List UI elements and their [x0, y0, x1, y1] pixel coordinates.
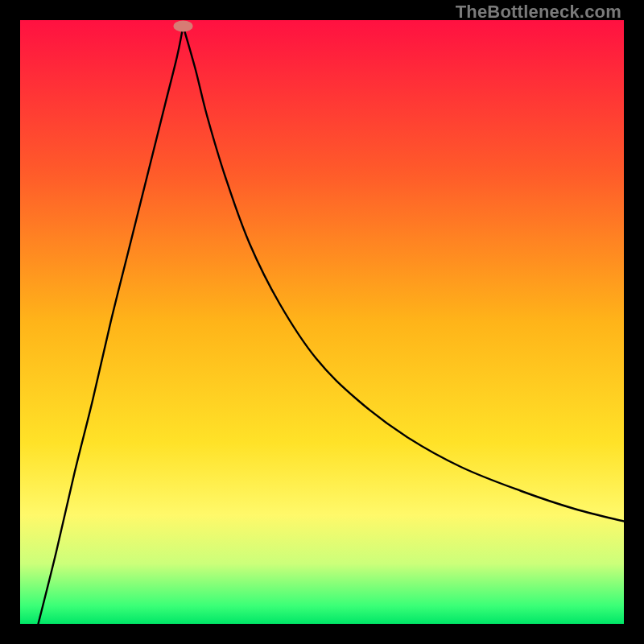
minimum-marker: [174, 21, 193, 32]
chart-frame: [20, 20, 624, 624]
chart-svg: [20, 20, 624, 624]
